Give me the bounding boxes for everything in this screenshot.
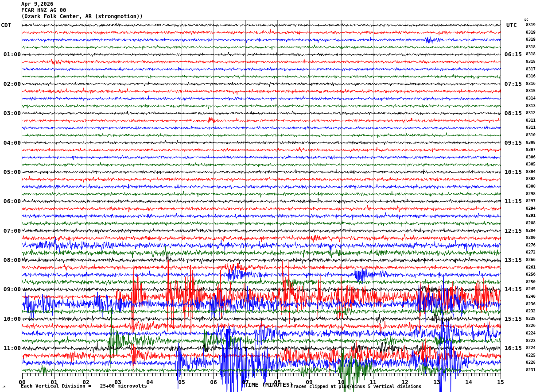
dc-value: 8311 — [523, 119, 536, 123]
x-axis-tick-label: 14 — [462, 379, 475, 385]
utc-hour-label: 11:15 — [501, 198, 522, 204]
dc-value: 8310 — [523, 133, 536, 137]
utc-hour-label: 10:15 — [501, 169, 522, 175]
dc-value: 8298 — [523, 192, 536, 196]
dc-value: 8272 — [523, 250, 536, 254]
cdt-hour-label: 06:00 — [1, 198, 21, 204]
dc-value: 8304 — [523, 170, 536, 174]
dc-value: 8319 — [523, 31, 536, 35]
dc-value: 8306 — [523, 155, 536, 159]
cdt-hour-label: 08:00 — [1, 257, 21, 263]
cdt-hour-label: 10:00 — [1, 316, 21, 322]
dc-value: 8316 — [523, 82, 536, 86]
dc-value: 8297 — [523, 199, 536, 203]
dc-value: 8284 — [523, 229, 536, 233]
utc-hour-label: 16:15 — [501, 345, 522, 351]
utc-hour-label: 14:15 — [501, 286, 522, 292]
cdt-hour-label: 02:00 — [1, 81, 21, 87]
dc-value: 8280 — [523, 236, 536, 240]
footer-scale-text: Each Vertical Division = 25+00 microvolt… — [21, 384, 147, 388]
dc-value: 8224 — [523, 331, 536, 335]
utc-hour-label: 12:15 — [501, 228, 522, 234]
dc-value: 8312 — [523, 111, 536, 115]
dc-value: 8319 — [523, 23, 536, 27]
dc-value: 8245 — [523, 287, 536, 291]
utc-hour-label: 13:15 — [501, 257, 522, 263]
dc-value: 8318 — [523, 45, 536, 49]
dc-value: 8276 — [523, 243, 536, 247]
utc-hour-label: 09:15 — [501, 140, 522, 146]
dc-value: 8311 — [523, 126, 536, 130]
dc-value: 8266 — [523, 258, 536, 262]
cdt-hour-label: 05:00 — [1, 169, 21, 175]
cdt-hour-label: 03:00 — [1, 110, 21, 116]
dc-value: 8318 — [523, 60, 536, 64]
x-axis-tick-label: 05 — [175, 379, 188, 385]
dc-value: 8317 — [523, 67, 536, 71]
utc-hour-label: 15:15 — [501, 316, 522, 322]
dc-value: 8223 — [523, 339, 536, 343]
title-station: FCAR HNZ AG 00 — [21, 8, 66, 13]
dc-value: 8288 — [523, 221, 536, 225]
utc-hour-label: 07:15 — [501, 81, 522, 87]
cdt-hour-label: 04:00 — [1, 140, 21, 146]
dc-value: 8231 — [523, 368, 536, 372]
footer-mark: .M — [2, 385, 5, 388]
dc-value: 8256 — [523, 273, 536, 277]
x-axis-title: TIME (MINUTES) — [245, 382, 293, 388]
dc-value: 8313 — [523, 104, 536, 108]
cdt-hour-label: 07:00 — [1, 228, 21, 234]
dc-value: 8225 — [523, 354, 536, 357]
dc-value: 8300 — [523, 184, 536, 188]
cdt-hour-label: 11:00 — [1, 345, 21, 351]
utc-hour-label: 08:15 — [501, 110, 522, 116]
dc-value: 8236 — [523, 302, 536, 306]
dc-value: 8314 — [523, 96, 536, 100]
title-location: (Ozark Folk Center, AR (strongmotion)) — [21, 14, 143, 19]
x-axis-tick-label: 13 — [430, 379, 443, 385]
x-axis-tick-label: 15 — [494, 379, 507, 385]
dc-value: 8305 — [523, 162, 536, 166]
seismogram-plot — [0, 0, 536, 392]
dc-value: 8294 — [523, 207, 536, 211]
dc-column-header: DC — [524, 19, 528, 22]
dc-value: 8228 — [523, 317, 536, 321]
cdt-hour-label: 01:00 — [1, 51, 21, 57]
title-date: Apr 9,2026 — [21, 1, 53, 7]
dc-value: 8226 — [523, 324, 536, 328]
dc-value: 8291 — [523, 214, 536, 218]
dc-value: 8228 — [523, 361, 536, 365]
left-timezone-label: CDT — [1, 22, 11, 28]
x-axis-tick-label: 06 — [207, 379, 220, 385]
footer-clip-text: Traces clipped at plus/minus 5 vertical … — [291, 384, 421, 389]
dc-value: 8316 — [523, 74, 536, 78]
dc-value: 8319 — [523, 38, 536, 42]
dc-value: 8240 — [523, 295, 536, 299]
dc-value: 8318 — [523, 52, 536, 56]
dc-value: 8261 — [523, 265, 536, 269]
dc-value: 8307 — [523, 148, 536, 152]
dc-value: 8315 — [523, 89, 536, 93]
dc-value: 8250 — [523, 280, 536, 284]
dc-value: 8232 — [523, 309, 536, 313]
helicorder-page: Apr 9,2026 FCAR HNZ AG 00 (Ozark Folk Ce… — [0, 0, 536, 392]
dc-value: 8224 — [523, 346, 536, 350]
dc-value: 8308 — [523, 141, 536, 145]
dc-value: 8302 — [523, 177, 536, 181]
right-timezone-label: UTC — [506, 22, 517, 28]
cdt-hour-label: 09:00 — [1, 286, 21, 292]
utc-hour-label: 06:15 — [501, 51, 522, 57]
